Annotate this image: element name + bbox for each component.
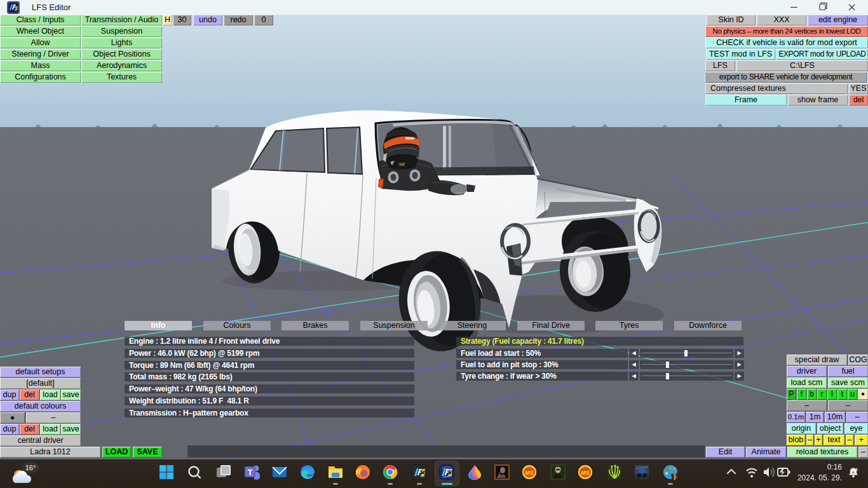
- svg-text:T: T: [248, 468, 253, 477]
- svg-text:MS: MS: [581, 470, 590, 476]
- svg-text:z: z: [852, 470, 854, 474]
- svg-text:16°: 16°: [25, 464, 36, 471]
- svg-text:MS: MS: [525, 470, 534, 476]
- svg-text:0:16: 0:16: [827, 463, 843, 471]
- svg-text:2024. 05. 29.: 2024. 05. 29.: [797, 473, 842, 482]
- svg-text:z: z: [855, 467, 858, 471]
